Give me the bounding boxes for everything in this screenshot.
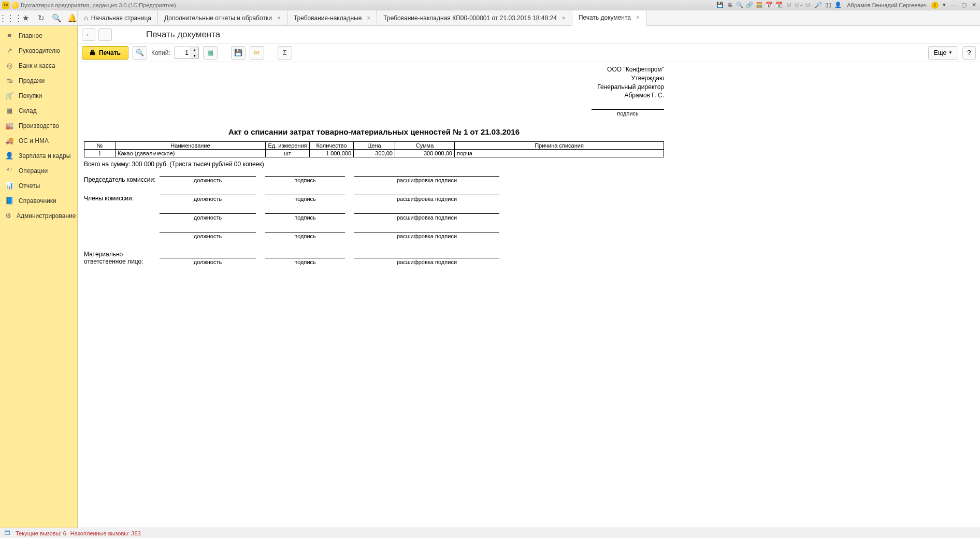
print-icon[interactable]: 🖶 [726, 1, 734, 9]
sidebar-label: Главное [19, 32, 42, 39]
sidebar-label: Производство [19, 122, 59, 129]
data-table: № Наименование Ед. измерения Количество … [84, 141, 664, 157]
copies-input[interactable] [175, 49, 191, 56]
sidebar-item[interactable]: ◎Банк и касса [0, 58, 77, 73]
chairman-label: Председатель комиссии: [84, 176, 160, 183]
sidebar-icon: ≡ [5, 32, 13, 39]
total-line: Всего на сумму: 300 000 руб. (Триста тыс… [84, 161, 664, 168]
link-icon[interactable]: 🔗 [745, 1, 754, 9]
tab[interactable]: Печать документа× [572, 10, 646, 26]
sidebar: ≡Главное↗Руководителю◎Банк и касса🛍Прода… [0, 26, 78, 528]
zoom-icon[interactable]: 🔎 [814, 1, 823, 9]
sidebar-item[interactable]: 📊Отчеты [0, 178, 77, 193]
sidebar-label: Банк и касса [19, 62, 55, 69]
sidebar-icon: ◎ [5, 62, 13, 69]
user-name[interactable]: Абрамов Геннадий Сергеевич [847, 2, 927, 8]
panel-icon[interactable]: ▯▯ [824, 1, 832, 9]
sidebar-icon: 👤 [5, 152, 13, 159]
sum-button[interactable]: Σ [278, 46, 292, 60]
close-icon[interactable]: × [367, 14, 370, 22]
copies-label: Копий: [151, 49, 170, 56]
sidebar-label: Операции [19, 167, 48, 175]
th-unit: Ед. измерения [266, 141, 310, 149]
page-title: Печать документа [146, 30, 220, 40]
document-area[interactable]: ООО "Конфетпром" Утверждаю Генеральный д… [78, 62, 980, 528]
minimize-icon[interactable]: — [950, 1, 958, 9]
sidebar-item[interactable]: 🛍Продажи [0, 73, 77, 88]
sidebar-item[interactable]: 🛒Покупки [0, 88, 77, 103]
calc-icon[interactable]: 🧮 [755, 1, 763, 9]
sidebar-label: Покупки [19, 92, 42, 99]
status-acc: Накопленные вызовы: 363 [70, 530, 141, 536]
th-sum: Сумма [395, 141, 455, 149]
doc-title: Акт о списании затрат товарно-материальн… [84, 127, 664, 136]
app-title: Бухгалтерия предприятия, редакция 3.0 (1… [21, 2, 176, 8]
preview-icon[interactable]: 🔍 [736, 1, 744, 9]
app-logo-icon: 1c [2, 2, 9, 9]
toolbar: 🖶 Печать 🔍 Копий: ▲ ▼ ▦ 💾 ✉ Σ Еще ▼ [78, 43, 980, 62]
save-icon[interactable]: 💾 [716, 1, 724, 9]
sidebar-icon: ᴬᵀ [5, 167, 13, 175]
info-icon[interactable]: i [931, 2, 939, 9]
titlebar: 1c Бухгалтерия предприятия, редакция 3.0… [0, 0, 980, 10]
home-icon: ⌂ [84, 14, 88, 22]
dropdown-icon[interactable]: ▾ [940, 1, 948, 9]
user-icon: 👤 [834, 1, 842, 9]
bell-icon[interactable]: 🔔 [67, 13, 77, 23]
sidebar-item[interactable]: ▦Склад [0, 103, 77, 118]
sidebar-icon: 🚚 [5, 137, 13, 144]
date-icon[interactable]: 📆 [775, 1, 783, 9]
sidebar-item[interactable]: ↗Руководителю [0, 43, 77, 58]
tab[interactable]: Дополнительные отчеты и обработки× [158, 10, 287, 25]
sidebar-item[interactable]: 🏭Производство [0, 118, 77, 133]
tab-label: Требование-накладная КП00-000001 от 21.0… [383, 14, 557, 22]
help-button[interactable]: ? [962, 46, 976, 60]
tab[interactable]: Требование-накладная КП00-000001 от 21.0… [377, 10, 572, 25]
search-icon[interactable]: 🔍 [52, 13, 62, 23]
sidebar-label: ОС и НМА [19, 137, 49, 144]
sidebar-item[interactable]: 📘Справочники [0, 193, 77, 208]
close-icon[interactable]: × [562, 14, 566, 22]
back-button[interactable]: ← [82, 28, 95, 41]
sidebar-icon: ▦ [5, 107, 13, 114]
sidebar-label: Руководителю [19, 47, 60, 54]
tab[interactable]: Требования-накладные× [287, 10, 377, 25]
tab[interactable]: ⌂Начальная страница [78, 10, 158, 25]
apps-icon[interactable]: ⋮⋮⋮ [5, 13, 16, 23]
star-icon[interactable]: ★ [21, 13, 31, 23]
close-icon[interactable]: × [277, 14, 281, 22]
m2-icon[interactable]: M+ [795, 1, 803, 9]
save-button[interactable]: 💾 [231, 46, 246, 60]
forward-button[interactable]: → [98, 28, 112, 41]
chevron-down-icon: ▼ [948, 50, 953, 55]
sidebar-item[interactable]: ⚙Администрирование [0, 208, 77, 223]
doc-position: Генеральный директор [84, 83, 664, 92]
status-icon: 🗔 [4, 530, 11, 537]
edit-button[interactable]: ▦ [203, 46, 218, 60]
sidebar-item[interactable]: 🚚ОС и НМА [0, 133, 77, 148]
members-label: Члены комиссии: [84, 195, 160, 202]
sidebar-item[interactable]: 👤Зарплата и кадры [0, 148, 77, 163]
spin-down-icon[interactable]: ▼ [191, 53, 198, 59]
sidebar-item[interactable]: ≡Главное [0, 28, 77, 43]
preview-button[interactable]: 🔍 [133, 46, 147, 60]
app-circle-icon [11, 2, 19, 9]
copies-spinner[interactable]: ▲ ▼ [175, 47, 199, 59]
responsible-label: Материально ответственное лицо: [84, 251, 160, 265]
sidebar-icon: 🏭 [5, 122, 13, 129]
sidebar-item[interactable]: ᴬᵀОперации [0, 163, 77, 178]
sidebar-icon: 🛍 [5, 77, 13, 84]
calendar-icon[interactable]: 📅 [765, 1, 773, 9]
print-button[interactable]: 🖶 Печать [82, 46, 128, 60]
content: ← → Печать документа 🖶 Печать 🔍 Копий: ▲… [78, 26, 980, 528]
m3-icon[interactable]: M- [804, 1, 813, 9]
more-button[interactable]: Еще ▼ [928, 46, 958, 60]
doc-org: ООО "Конфетпром" [84, 65, 664, 74]
close-window-icon[interactable]: ✕ [970, 1, 978, 9]
spin-up-icon[interactable]: ▲ [191, 47, 198, 53]
close-icon[interactable]: × [636, 14, 640, 21]
history-icon[interactable]: ↻ [36, 13, 47, 23]
m-icon[interactable]: M [785, 1, 793, 9]
mail-button[interactable]: ✉ [250, 46, 264, 60]
maximize-icon[interactable]: ▢ [960, 1, 968, 9]
